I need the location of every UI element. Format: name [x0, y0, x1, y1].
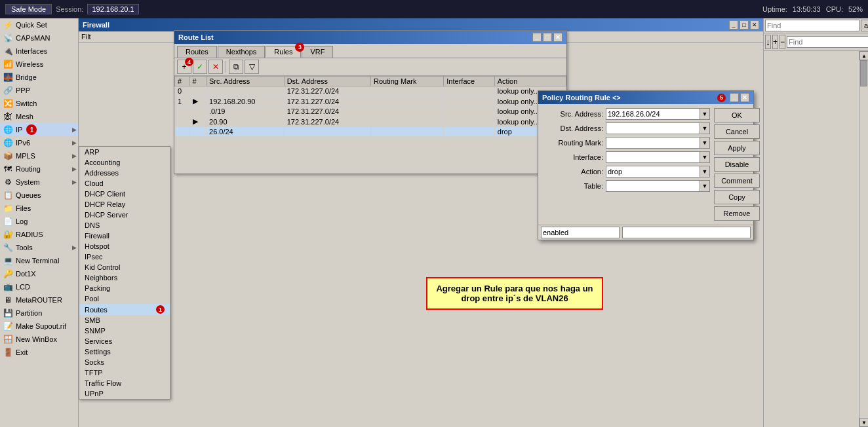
copy-button[interactable]: Copy: [714, 190, 760, 204]
route-list-minimize-button[interactable]: _: [532, 33, 542, 42]
tab-nexthops[interactable]: Nexthops: [218, 46, 265, 58]
src-address-input[interactable]: [606, 108, 700, 120]
submenu-item-dhcp-server[interactable]: DHCP Server: [79, 210, 170, 220]
sidebar-item-bridge[interactable]: 🌉 Bridge: [0, 71, 78, 84]
submenu-item-tftp[interactable]: TFTP: [79, 367, 170, 378]
sidebar-item-mpls[interactable]: 📦 MPLS ▶: [0, 149, 78, 162]
top-find-input[interactable]: [765, 20, 859, 31]
comment-button[interactable]: Comment: [714, 174, 760, 188]
sidebar-item-new-winbox[interactable]: 🪟 New WinBox: [0, 333, 78, 346]
sidebar-item-capsman[interactable]: 📡 CAPsMAN: [0, 31, 78, 45]
submenu-item-accounting[interactable]: Accounting: [79, 157, 170, 168]
action-arrow-button[interactable]: ▼: [700, 166, 710, 177]
sidebar-item-exit[interactable]: 🚪 Exit: [0, 346, 78, 359]
route-list-close-button[interactable]: ✕: [553, 33, 562, 42]
submenu-item-dhcp-client[interactable]: DHCP Client: [79, 189, 170, 199]
sidebar-item-radius[interactable]: 🔐 RADIUS: [0, 228, 78, 241]
status-input[interactable]: [541, 227, 620, 238]
src-address-arrow-button[interactable]: ▼: [700, 108, 710, 120]
submenu-item-neighbors[interactable]: Neighbors: [79, 272, 170, 283]
sidebar-item-ip[interactable]: 🌐 IP 1 ▶: [0, 123, 78, 136]
submenu-item-upnp[interactable]: UPnP: [79, 388, 170, 399]
route-list-maximize-button[interactable]: □: [543, 33, 552, 42]
submenu-item-kid-control[interactable]: Kid Control: [79, 262, 170, 272]
sidebar-item-ipv6[interactable]: 🌐 IPv6 ▶: [0, 136, 78, 149]
policy-dialog-minimize-button[interactable]: _: [730, 93, 739, 102]
table-row[interactable]: 1 ▶ 192.168.20.90 172.31.227.0/24 lookup…: [175, 96, 566, 107]
sidebar-item-tools[interactable]: 🔧 Tools ▶: [0, 241, 78, 254]
submenu-item-hotspot[interactable]: Hotspot: [79, 241, 170, 251]
sidebar-item-routing[interactable]: 🗺 Routing ▶: [0, 162, 78, 176]
sidebar-item-partition[interactable]: 💾 Partition: [0, 306, 78, 320]
sidebar-item-lcd[interactable]: 📺 LCD: [0, 280, 78, 293]
submenu-item-addresses[interactable]: Addresses: [79, 168, 170, 178]
submenu-item-smb[interactable]: SMB: [79, 315, 170, 325]
disable-button[interactable]: Disable: [714, 157, 760, 172]
sidebar-item-wireless[interactable]: 📶 Wireless: [0, 58, 78, 71]
dst-address-input[interactable]: [606, 122, 700, 134]
submenu-item-services[interactable]: Services: [79, 336, 170, 346]
routing-mark-input[interactable]: [606, 137, 700, 149]
firewall-close-button[interactable]: ✕: [750, 20, 759, 29]
submenu-item-traffic-flow[interactable]: Traffic Flow: [79, 378, 170, 388]
ok-button[interactable]: OK: [714, 108, 760, 122]
sidebar-item-switch[interactable]: 🔀 Switch: [0, 97, 78, 110]
tab-vrf[interactable]: VRF: [302, 46, 333, 58]
safe-mode-button[interactable]: Safe Mode: [5, 4, 52, 14]
sidebar-item-system[interactable]: ⚙ System ▶: [0, 176, 78, 189]
sidebar-item-queues[interactable]: 📋 Queues: [0, 189, 78, 202]
firewall-maximize-button[interactable]: □: [740, 20, 749, 29]
firewall-minimize-button[interactable]: _: [729, 20, 738, 29]
sidebar-item-make-supout[interactable]: 📝 Make Supout.rif: [0, 320, 78, 333]
status-comment-input[interactable]: [622, 227, 751, 238]
dst-address-arrow-button[interactable]: ▼: [700, 122, 710, 134]
sidebar-item-log[interactable]: 📄 Log: [0, 215, 78, 228]
sidebar-item-ppp[interactable]: 🔗 PPP: [0, 84, 78, 97]
sidebar-item-dot1x[interactable]: 🔑 Dot1X: [0, 267, 78, 280]
submenu-item-arp[interactable]: ARP: [79, 147, 170, 157]
action-input[interactable]: [606, 166, 700, 177]
tab-rules[interactable]: Rules 3: [266, 46, 301, 58]
add-button[interactable]: + 4: [177, 60, 191, 74]
submenu-item-packing[interactable]: Packing: [79, 283, 170, 293]
table-row[interactable]: .0/19 172.31.227.0/24 lookup only...: [175, 107, 566, 117]
submenu-item-cloud[interactable]: Cloud: [79, 178, 170, 189]
sidebar-item-interfaces[interactable]: 🔌 Interfaces: [0, 45, 78, 58]
sidebar-item-mesh[interactable]: 🕸 Mesh: [0, 110, 78, 123]
scrollbar-thumb[interactable]: [860, 60, 867, 86]
filter-toolbar-button[interactable]: ▽: [245, 60, 259, 74]
right-find-input[interactable]: [787, 36, 868, 48]
all-select[interactable]: all: [861, 20, 868, 31]
submenu-item-settings[interactable]: Settings: [79, 346, 170, 357]
sidebar-item-meta-router[interactable]: 🖥 MetaROUTER: [0, 293, 78, 306]
sidebar-item-files[interactable]: 📁 Files: [0, 202, 78, 215]
scrollbar-up-button[interactable]: ▲: [859, 51, 868, 60]
table-row[interactable]: ▶ 20.90 172.31.227.0/24 lookup only...: [175, 117, 566, 127]
submenu-item-routes[interactable]: Routes 1: [79, 304, 170, 315]
copy-toolbar-button[interactable]: ⧉: [229, 60, 243, 74]
table-arrow-button[interactable]: ▼: [700, 180, 710, 192]
interface-arrow-button[interactable]: ▼: [700, 151, 710, 163]
policy-dialog-close-button[interactable]: ✕: [740, 93, 749, 102]
table-row[interactable]: 0 172.31.227.0/24 lookup only...: [175, 86, 566, 96]
interface-input[interactable]: [606, 151, 700, 163]
right-add-button[interactable]: +: [772, 35, 778, 49]
submenu-item-pool[interactable]: Pool: [79, 293, 170, 304]
right-down-button[interactable]: ↓: [765, 35, 771, 49]
delete-button[interactable]: ✕: [208, 60, 223, 74]
right-remove-button[interactable]: −: [779, 35, 785, 49]
submenu-item-socks[interactable]: Socks: [79, 357, 170, 367]
check-button[interactable]: ✓: [193, 60, 207, 74]
cancel-button[interactable]: Cancel: [714, 124, 760, 139]
submenu-item-dns[interactable]: DNS: [79, 220, 170, 231]
table-row-selected[interactable]: 26.0/24 drop: [175, 127, 566, 137]
remove-button[interactable]: Remove: [714, 206, 760, 221]
apply-button[interactable]: Apply: [714, 141, 760, 155]
tab-routes[interactable]: Routes: [177, 46, 217, 58]
sidebar-item-new-terminal[interactable]: 💻 New Terminal: [0, 254, 78, 267]
submenu-item-firewall[interactable]: Firewall: [79, 231, 170, 241]
table-input[interactable]: [606, 180, 700, 192]
submenu-item-ipsec[interactable]: IPsec: [79, 251, 170, 262]
routing-mark-arrow-button[interactable]: ▼: [700, 137, 710, 149]
sidebar-item-quick-set[interactable]: ⚡ Quick Set: [0, 18, 78, 31]
